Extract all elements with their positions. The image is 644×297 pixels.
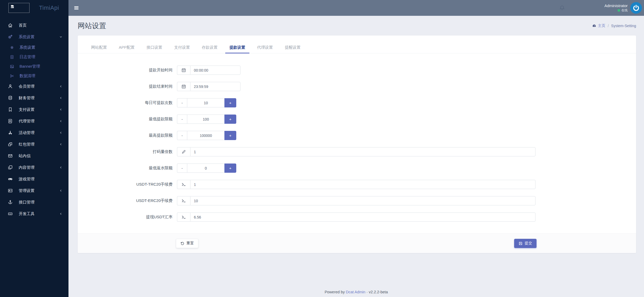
address-book-icon <box>8 119 13 123</box>
form-row: 每日可提款次数-+ <box>78 98 636 107</box>
breadcrumb: 主页 / System-Setting <box>592 23 636 28</box>
stepper-plus-button[interactable]: + <box>224 131 236 140</box>
tab-接口设置[interactable]: 接口设置 <box>145 42 164 53</box>
user-avatar[interactable] <box>630 2 642 14</box>
sidebar-item[interactable]: 管理设置 <box>0 185 68 196</box>
reset-button-label: 重置 <box>186 241 194 246</box>
stepper-minus-button[interactable]: - <box>177 164 187 173</box>
sidebar-item[interactable]: 支付设置 <box>0 104 68 115</box>
chevron-left-icon <box>59 108 63 111</box>
sidebar-item[interactable]: 游戏管理 <box>0 173 68 185</box>
breadcrumb-home-link[interactable]: 主页 <box>592 23 605 28</box>
sidebar-subitem[interactable]: 日志管理 <box>0 52 68 62</box>
field-label: USDT-TRC20手续费 <box>78 182 173 187</box>
tab-APP配置[interactable]: APP配置 <box>117 42 136 53</box>
user-meta: Administrator 在线 <box>604 3 628 12</box>
tab-代理设置[interactable]: 代理设置 <box>255 42 274 53</box>
time-input[interactable] <box>190 66 240 75</box>
stepper-value-input[interactable] <box>187 131 224 140</box>
dcat-admin-link[interactable]: Dcat Admin <box>346 290 365 294</box>
field-label: 提款开始时间 <box>78 68 173 73</box>
sidebar-subitem[interactable]: 数据清理 <box>0 71 68 81</box>
undo-icon <box>180 241 184 245</box>
bell-icon[interactable] <box>559 5 565 11</box>
text-input[interactable] <box>190 196 535 205</box>
sidebar-item-label: 开发工具 <box>19 211 59 216</box>
clone-icon <box>8 165 13 170</box>
tab-提款设置[interactable]: 提款设置 <box>228 42 247 53</box>
tab-提醒设置[interactable]: 提醒设置 <box>283 42 302 53</box>
topbar-right: Administrator 在线 <box>559 2 644 14</box>
sidebar-item[interactable]: 内容管理 <box>0 162 68 173</box>
user-status-label: 在线 <box>621 8 628 12</box>
stepper-value-input[interactable] <box>187 115 224 124</box>
sidebar-item[interactable]: 活动管理 <box>0 127 68 138</box>
stepper-plus-button[interactable]: + <box>224 98 236 107</box>
tab-支付设置[interactable]: 支付设置 <box>173 42 191 53</box>
sidebar-subitem-label: 日志管理 <box>19 55 35 60</box>
sidebar-menu: 首页系统设置系统设置日志管理Banner管理数据清理会员管理财务管理支付设置代理… <box>0 16 68 220</box>
text-input[interactable] <box>190 147 535 156</box>
sidebar-item[interactable]: 站内信 <box>0 150 68 162</box>
field-control: -+ <box>177 131 236 140</box>
sidebar-item[interactable]: 财务管理 <box>0 92 68 104</box>
tab-存款设置[interactable]: 存款设置 <box>200 42 219 53</box>
sidebar-toggle-button[interactable] <box>68 0 84 16</box>
page-head: 网站设置 主页 / System-Setting <box>68 16 644 36</box>
field-control <box>177 196 535 205</box>
field-label: 打码量倍数 <box>78 149 173 154</box>
database-icon <box>8 96 13 100</box>
sidebar-item[interactable]: 代理管理 <box>0 115 68 127</box>
sidebar: TimiApi 首页系统设置系统设置日志管理Banner管理数据清理会员管理财务… <box>0 0 68 297</box>
powered-by-text: Powered by <box>325 290 345 294</box>
form-row: 提现USDT汇率 <box>78 212 636 222</box>
file-text-icon <box>10 55 14 59</box>
gamepad-icon <box>8 177 13 181</box>
cubes-icon <box>8 142 13 147</box>
sidebar-item-label: 管理设置 <box>19 188 59 193</box>
calendar-icon <box>181 68 186 72</box>
stepper-plus-button[interactable]: + <box>224 115 236 124</box>
chevron-down-icon <box>59 35 63 39</box>
stepper-value-input[interactable] <box>187 98 224 107</box>
settings-card: 网站配置APP配置接口设置支付设置存款设置提款设置代理设置提醒设置 提款开始时间… <box>78 36 636 253</box>
submit-button[interactable]: 提交 <box>514 239 537 248</box>
sidebar-item-label: 支付设置 <box>19 107 59 112</box>
field-label: 每日可提款次数 <box>78 100 173 105</box>
stepper-plus-button[interactable]: + <box>224 164 236 173</box>
sidebar-item[interactable]: 首页 <box>0 19 68 31</box>
user-name: Administrator <box>604 3 628 8</box>
user-status: 在线 <box>604 8 628 12</box>
field-label: 最低提款限额 <box>78 117 173 122</box>
reset-button[interactable]: 重置 <box>176 239 198 248</box>
sidebar-item[interactable]: 系统设置 <box>0 31 68 43</box>
stepper-minus-button[interactable]: - <box>177 115 187 124</box>
main-content: 网站设置 主页 / System-Setting 网站配置APP配置接口设置支付… <box>68 0 644 294</box>
sidebar-item[interactable]: 会员管理 <box>0 81 68 92</box>
keyboard-icon <box>8 211 13 216</box>
sidebar-item[interactable]: 接口管理 <box>0 196 68 208</box>
sidebar-subitem[interactable]: 系统设置 <box>0 43 68 52</box>
text-input[interactable] <box>190 212 535 222</box>
broken-image-icon <box>10 4 14 9</box>
sidebar-subitem[interactable]: Banner管理 <box>0 62 68 71</box>
text-input[interactable] <box>190 180 535 189</box>
field-control: -+ <box>177 115 236 124</box>
sidebar-item-label: 站内信 <box>19 154 63 159</box>
app-title: TimiApi <box>39 4 59 11</box>
stepper-minus-button[interactable]: - <box>177 98 187 107</box>
time-input[interactable] <box>190 82 240 91</box>
save-icon <box>519 241 523 245</box>
stepper-value-input[interactable] <box>187 164 224 173</box>
logo-link[interactable] <box>8 3 30 13</box>
sidebar-item[interactable]: 红包管理 <box>0 138 68 150</box>
stepper-minus-button[interactable]: - <box>177 131 187 140</box>
input-addon <box>177 212 190 222</box>
topbar: Administrator 在线 <box>68 0 644 16</box>
terminal-icon <box>181 215 186 219</box>
chevron-left-icon <box>59 212 63 216</box>
tab-网站配置[interactable]: 网站配置 <box>90 42 109 53</box>
sidebar-subitem-label: 系统设置 <box>19 45 35 50</box>
sidebar-item[interactable]: 开发工具 <box>0 208 68 220</box>
input-addon <box>177 66 190 75</box>
